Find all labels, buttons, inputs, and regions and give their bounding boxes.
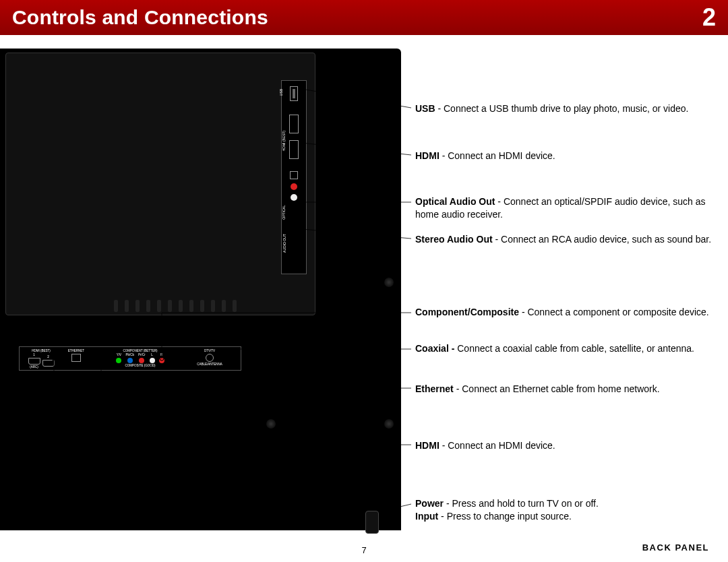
chapter-number: 2	[702, 3, 716, 32]
port-label-usb: USB	[279, 89, 283, 96]
callout-component: Component/Composite - Connect a componen…	[415, 306, 712, 319]
callout-optical: Optical Audio Out - Connect an optical/S…	[415, 195, 712, 221]
side-port-strip: USB HDMI (BEST) OPTICAL AUDIO OUT	[281, 80, 307, 274]
usb-port-icon	[290, 86, 298, 101]
chapter-title: Controls and Connections	[12, 6, 268, 29]
rca-l-icon	[150, 358, 155, 363]
bottom-port-strip: HDMI (BEST) 1 (ARC) 2 ETHERNET	[19, 346, 241, 371]
rca-blue-icon	[127, 358, 133, 363]
rca-green-icon	[116, 358, 121, 363]
rca-white-icon	[291, 194, 297, 201]
vent-row	[114, 300, 237, 312]
port-label-dtv: DTV/TV	[204, 349, 215, 352]
coax-port-icon	[206, 354, 214, 362]
screw-icon	[384, 419, 394, 429]
callout-usb: USB - Connect a USB thumb drive to play …	[415, 102, 712, 115]
power-button-icon	[365, 511, 379, 534]
rca-red2-icon	[139, 358, 144, 363]
optical-port-icon	[290, 171, 298, 179]
rca-r-icon	[159, 358, 164, 363]
screw-icon	[384, 278, 394, 287]
callout-hdmi-side: HDMI - Connect an HDMI device.	[415, 150, 712, 162]
ethernet-port-icon	[71, 354, 81, 362]
tv-back-panel: USB HDMI (BEST) OPTICAL AUDIO OUT HDMI (…	[0, 49, 401, 530]
port-label-composite: COMPOSITE (GOOD)	[125, 364, 156, 367]
callout-hdmi-bottom: HDMI - Connect an HDMI device.	[415, 439, 712, 452]
screw-icon	[266, 419, 276, 429]
port-label-audio-out: AUDIO OUT	[282, 234, 286, 253]
callout-stereo: Stereo Audio Out - Connect an RCA audio …	[415, 233, 712, 246]
tv-side-panel: USB HDMI (BEST) OPTICAL AUDIO OUT	[5, 53, 315, 315]
rca-red-icon	[291, 183, 297, 190]
hdmi-port-icon-4	[289, 115, 299, 133]
callout-power-input: Power - Press and hold to turn TV on or …	[415, 497, 712, 523]
hdmi-port-icon-2	[42, 360, 55, 367]
hdmi-port-icon-1	[28, 358, 40, 365]
hdmi-port-icon-3	[289, 140, 299, 159]
tv-diagram: USB HDMI (BEST) OPTICAL AUDIO OUT HDMI (…	[0, 35, 404, 534]
port-label-optical: OPTICAL	[282, 205, 286, 219]
port-label-ethernet: ETHERNET	[68, 349, 84, 352]
callout-coax: Coaxial - Connect a coaxial cable from c…	[415, 342, 712, 355]
callout-ethernet: Ethernet - Connect an Ethernet cable fro…	[415, 383, 712, 396]
port-label-hdmi-side: HDMI (BEST)	[282, 131, 286, 152]
chapter-header: Controls and Connections 2	[0, 0, 728, 35]
page-number: 7	[361, 545, 366, 555]
port-label-cable: CABLE/ANTENNA	[197, 363, 222, 366]
back-panel-label: BACK PANEL	[642, 542, 709, 553]
